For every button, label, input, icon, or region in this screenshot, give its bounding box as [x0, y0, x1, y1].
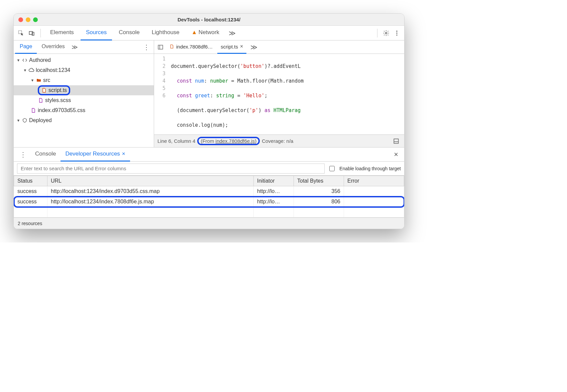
checkbox-label: Enable loading through target [339, 166, 401, 171]
col-url[interactable]: URL [47, 176, 254, 186]
coverage-status: Coverage: n/a [262, 138, 293, 144]
device-toolbar-icon[interactable] [27, 28, 36, 38]
tab-sources[interactable]: Sources [81, 26, 112, 40]
file-icon [30, 107, 36, 113]
more-tabs-icon[interactable]: ≫ [226, 29, 238, 37]
tab-elements[interactable]: Elements [45, 26, 79, 40]
svg-point-6 [396, 34, 397, 35]
filter-bar: Enable loading through target [14, 162, 404, 176]
inspect-element-icon[interactable] [16, 28, 26, 38]
editor-statusbar: Line 6, Column 4 (From index.7808df6e.js… [154, 134, 404, 147]
resource-count: 2 resources [18, 221, 42, 226]
svg-rect-7 [158, 45, 163, 49]
tab-network[interactable]: ▲ Network [186, 26, 225, 40]
line-number: 1 [154, 55, 165, 63]
editor-tab-index[interactable]: index.7808df6… [166, 40, 216, 54]
settings-icon[interactable] [381, 28, 391, 38]
line-number: 6 [154, 92, 165, 99]
close-tab-icon[interactable]: × [122, 151, 125, 157]
cell-status: success [14, 186, 47, 197]
tab-label: Developer Resources [65, 151, 120, 157]
close-window-icon[interactable] [18, 17, 23, 22]
code-lines: document.querySelector('button')?.addEve… [169, 54, 404, 134]
sourcemap-link[interactable]: index.7808df6e.js [216, 138, 255, 144]
svg-point-5 [396, 32, 397, 33]
tab-label: Console [119, 29, 139, 36]
close-tab-icon[interactable]: × [240, 43, 243, 50]
zoom-window-icon[interactable] [33, 17, 38, 22]
navigator-panel: Page Overrides ≫ ⋮ ▼ Authored ▼ localhos… [14, 40, 154, 147]
collapse-panel-icon[interactable] [391, 136, 401, 146]
svg-point-3 [385, 32, 387, 34]
subtab-label: Page [20, 43, 32, 50]
from-prefix: (From [201, 138, 215, 144]
tab-label: Elements [50, 29, 74, 36]
cell-url: http://localhost:1234/index.7808df6e.js.… [47, 197, 254, 207]
subtab-page[interactable]: Page [15, 40, 37, 54]
highlight-annotation: script.ts [38, 85, 70, 95]
enable-loading-checkbox[interactable] [329, 166, 335, 171]
resources-footer: 2 resources [14, 217, 404, 229]
drawer-tab-console[interactable]: Console [30, 148, 61, 162]
tree-folder-src[interactable]: ▼ src [14, 75, 154, 85]
drawer-tabs: ⋮ Console Developer Resources × × [14, 148, 404, 162]
cell-error [344, 197, 404, 207]
cell-bytes: 806 [294, 197, 344, 207]
file-tree[interactable]: ▼ Authored ▼ localhost:1234 ▼ src [14, 54, 154, 147]
subtab-label: Overrides [41, 43, 65, 50]
drawer: ⋮ Console Developer Resources × × Enable… [14, 148, 404, 229]
table-row[interactable]: success http://localhost:1234/index.7808… [14, 197, 404, 207]
cell-initiator: http://lo… [254, 186, 294, 197]
table-row-empty [14, 207, 404, 217]
deployed-icon [22, 117, 28, 123]
toggle-navigator-icon[interactable] [156, 43, 165, 52]
tab-console[interactable]: Console [113, 26, 145, 40]
cell-status: success [14, 197, 47, 207]
drawer-menu-icon[interactable]: ⋮ [16, 151, 30, 159]
cursor-position: Line 6, Column 4 [157, 138, 195, 144]
main-toolbar: Elements Sources Console Lighthouse ▲ Ne… [14, 26, 404, 40]
svg-point-4 [396, 30, 397, 31]
col-status[interactable]: Status [14, 176, 47, 186]
line-number: 4 [154, 77, 165, 85]
line-number: 5 [154, 85, 165, 92]
file-icon [41, 87, 47, 93]
kebab-menu-icon[interactable] [392, 28, 402, 38]
tab-lighthouse[interactable]: Lighthouse [146, 26, 185, 40]
sourcemap-origin[interactable]: (From index.7808df6e.js) [197, 137, 260, 145]
more-subtabs-icon[interactable]: ≫ [70, 43, 80, 51]
table-row[interactable]: success http://localhost:1234/index.d970… [14, 186, 404, 197]
code-editor[interactable]: 1 2 3 4 5 6 document.querySelector('butt… [154, 54, 404, 134]
col-error[interactable]: Error [344, 176, 404, 186]
tree-file-script-ts[interactable]: script.ts [14, 85, 154, 95]
tree-file-index-css[interactable]: index.d9703d55.css [14, 105, 154, 115]
subtab-overrides[interactable]: Overrides [37, 40, 69, 54]
col-total-bytes[interactable]: Total Bytes [294, 176, 344, 186]
tree-group-authored[interactable]: ▼ Authored [14, 55, 154, 65]
col-initiator[interactable]: Initiator [254, 176, 294, 186]
line-number: 2 [154, 63, 165, 70]
editor-panel: index.7808df6… script.ts × ≫ 1 2 3 4 5 6… [154, 40, 404, 147]
drawer-tab-developer-resources[interactable]: Developer Resources × [61, 148, 130, 162]
more-editor-tabs-icon[interactable]: ≫ [248, 43, 260, 51]
tree-file-styles-scss[interactable]: styles.scss [14, 95, 154, 105]
navigator-menu-icon[interactable]: ⋮ [139, 43, 154, 51]
editor-tabs: index.7808df6… script.ts × ≫ [154, 40, 404, 54]
tree-group-deployed[interactable]: ▼ Deployed [14, 115, 154, 125]
minimize-window-icon[interactable] [26, 17, 30, 22]
warning-icon: ▲ [192, 29, 197, 36]
file-icon [169, 44, 174, 49]
tab-label: script.ts [221, 44, 238, 50]
from-suffix: ) [255, 138, 256, 144]
tab-label: Lighthouse [152, 29, 180, 36]
editor-tab-script-ts[interactable]: script.ts × [217, 40, 246, 54]
tab-label: Sources [86, 29, 107, 36]
chevron-down-icon: ▼ [23, 68, 27, 72]
tree-host[interactable]: ▼ localhost:1234 [14, 65, 154, 75]
cell-url: http://localhost:1234/index.d9703d55.css… [47, 186, 254, 197]
window-title: DevTools - localhost:1234/ [14, 17, 404, 22]
file-icon [38, 97, 44, 103]
close-drawer-icon[interactable]: × [390, 150, 402, 159]
chevron-down-icon: ▼ [30, 78, 34, 82]
search-input[interactable] [17, 164, 325, 174]
